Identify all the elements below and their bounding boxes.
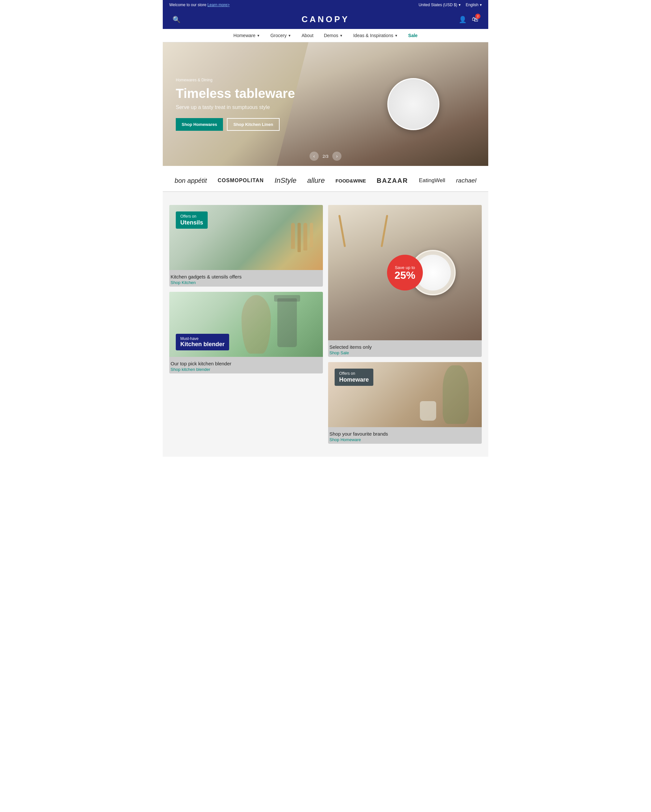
tableware-card-title: Selected items only (329, 344, 480, 350)
nav-sale[interactable]: Sale (408, 33, 418, 38)
blender-badge: Must-have Kitchen blender (176, 334, 229, 350)
brand-bazaar: BAZAAR (377, 177, 408, 185)
site-logo[interactable]: CANOPY (199, 14, 452, 24)
homeware-card: Offers on Homeware Shop your favourite b… (328, 362, 482, 444)
cart-button[interactable]: 🛍 2 (472, 15, 478, 23)
tableware-card: Save up to 25% Selected items only Shop … (328, 205, 482, 357)
nav-demos[interactable]: Demos ▼ (324, 33, 343, 38)
hero-prev-button[interactable]: ‹ (310, 152, 319, 161)
blender-card-image: Must-have Kitchen blender (169, 292, 323, 357)
language-selector[interactable]: English ▾ (466, 3, 482, 7)
blender-card: Must-have Kitchen blender Our top pick k… (169, 292, 323, 374)
hero-subtitle: Serve up a tasty treat in sumptuous styl… (176, 104, 295, 110)
brand-rachael: rachael (456, 177, 476, 184)
shop-kitchen-link[interactable]: Shop Kitchen (171, 280, 196, 285)
utensils-card-title: Kitchen gadgets & utensils offers (171, 274, 322, 279)
learn-more-link[interactable]: Learn more> (207, 3, 229, 7)
brand-eating-well: EatingWell (419, 177, 445, 184)
shop-sale-link[interactable]: Shop Sale (329, 350, 349, 355)
header-left: 🔍 (173, 15, 199, 23)
nav-grocery[interactable]: Grocery ▼ (270, 33, 291, 38)
brand-allure: allure (307, 176, 325, 185)
chevron-down-icon: ▼ (394, 34, 398, 37)
utensils-card: Offers on Utensils Kitchen gadgets & ute… (169, 205, 323, 287)
hero-slide-indicator: 2/3 (322, 154, 329, 159)
chevron-down-icon: ▼ (288, 34, 291, 37)
promo-right-column: Save up to 25% Selected items only Shop … (328, 205, 482, 444)
hero-slider-nav: ‹ 2/3 › (310, 152, 341, 161)
save-badge: Save up to 25% (387, 255, 423, 290)
brand-cosmopolitan: COSMOPOLITAN (218, 178, 264, 183)
homeware-card-info: Shop your favourite brands Shop Homeware (328, 427, 482, 444)
account-button[interactable]: 👤 (458, 15, 467, 23)
header-right: 👤 🛍 2 (452, 15, 478, 23)
chevron-down-icon: ▼ (257, 34, 260, 37)
search-icon: 🔍 (173, 16, 181, 23)
top-bar-right: United States (USD $) ▾ English ▾ (419, 3, 482, 7)
utensils-badge: Offers on Utensils (176, 211, 208, 229)
homeware-card-title: Shop your favourite brands (329, 431, 480, 437)
account-icon: 👤 (458, 16, 467, 23)
header: 🔍 CANOPY 👤 🛍 2 (163, 10, 488, 29)
shop-homewares-button[interactable]: Shop Homewares (176, 118, 223, 131)
promo-grid: Offers on Utensils Kitchen gadgets & ute… (169, 205, 482, 444)
chevron-down-icon: ▾ (458, 3, 461, 7)
nav-about[interactable]: About (301, 33, 313, 38)
search-button[interactable]: 🔍 (173, 15, 181, 23)
chevron-down-icon: ▾ (480, 3, 482, 7)
cart-count: 2 (475, 14, 480, 19)
blender-card-info: Our top pick kitchen blender Shop kitche… (169, 357, 323, 374)
region-selector[interactable]: United States (USD $) ▾ (419, 3, 461, 7)
blender-card-title: Our top pick kitchen blender (171, 361, 322, 366)
hero-breadcrumb: Homewares & Dining (176, 78, 295, 82)
homeware-card-image: Offers on Homeware (328, 362, 482, 427)
brand-instyle: InStyle (274, 176, 296, 185)
shop-kitchen-linen-button[interactable]: Shop Kitchen Linen (227, 118, 280, 131)
utensils-card-info: Kitchen gadgets & utensils offers Shop K… (169, 270, 323, 287)
hero-buttons: Shop Homewares Shop Kitchen Linen (176, 118, 295, 131)
hero-content: Homewares & Dining Timeless tableware Se… (163, 78, 308, 131)
welcome-message: Welcome to our store Learn more> (169, 3, 230, 7)
nav-ideas[interactable]: Ideas & Inspirations ▼ (353, 33, 398, 38)
hero-banner: Homewares & Dining Timeless tableware Se… (163, 42, 488, 166)
promo-section: Offers on Utensils Kitchen gadgets & ute… (163, 192, 488, 457)
hero-next-button[interactable]: › (332, 152, 341, 161)
nav-homeware[interactable]: Homeware ▼ (233, 33, 260, 38)
brand-food-wine: FOOD&WINE (336, 178, 366, 183)
shop-blender-link[interactable]: Shop kitchen blender (171, 367, 210, 372)
shop-homeware-link[interactable]: Shop Homeware (329, 437, 361, 442)
promo-left-column: Offers on Utensils Kitchen gadgets & ute… (169, 205, 323, 444)
brands-bar: bon appétit COSMOPOLITAN InStyle allure … (163, 166, 488, 192)
homeware-badge: Offers on Homeware (335, 369, 373, 386)
main-nav: Homeware ▼ Grocery ▼ About Demos ▼ Ideas… (163, 29, 488, 42)
tableware-card-info: Selected items only Shop Sale (328, 340, 482, 357)
brand-bon-appetit: bon appétit (175, 177, 207, 185)
hero-plate-decor (387, 78, 439, 130)
utensils-card-image: Offers on Utensils (169, 205, 323, 270)
chevron-down-icon: ▼ (339, 34, 343, 37)
tableware-card-image: Save up to 25% (328, 205, 482, 340)
top-bar: Welcome to our store Learn more> United … (163, 0, 488, 10)
hero-title: Timeless tableware (176, 85, 295, 101)
hero-decoration (277, 42, 488, 166)
